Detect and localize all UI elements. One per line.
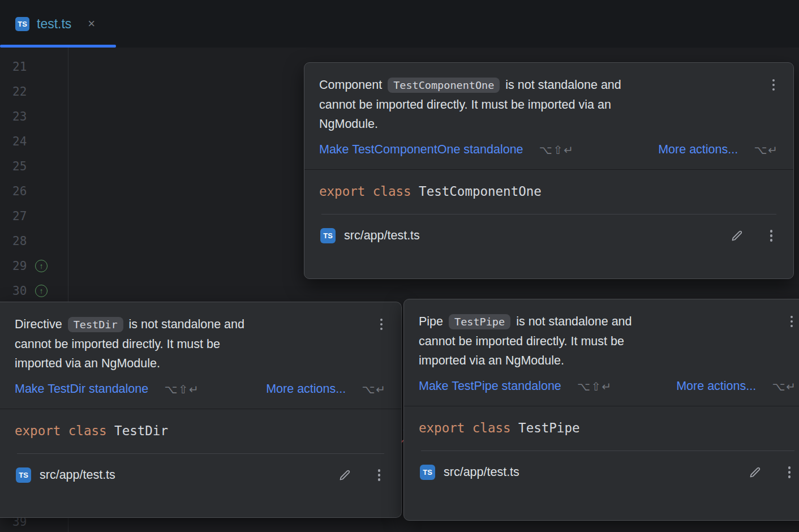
line-number: 22 xyxy=(12,79,27,104)
error-message: Directive TestDir is not standalone and … xyxy=(15,315,258,373)
typescript-file-icon: TS xyxy=(420,465,435,480)
kebab-dots xyxy=(380,323,383,326)
angular-gutter-icon[interactable]: ↑ xyxy=(35,260,48,272)
more-options-kebab-icon[interactable] xyxy=(373,468,385,483)
error-message: Pipe TestPipe is not standalone and cann… xyxy=(419,312,671,370)
line-number: 28 xyxy=(12,229,27,254)
pencil-icon xyxy=(338,469,351,482)
editor-tab-bar: TS test.ts × xyxy=(0,0,799,48)
declaration-name: TestDir xyxy=(114,423,168,438)
declaration-keywords: export class xyxy=(15,423,114,438)
error-tooltip-directive: Directive TestDir is not standalone and … xyxy=(0,302,402,518)
more-shortcut-hint: ⌥↵ xyxy=(362,383,386,396)
more-actions-link[interactable]: More actions... xyxy=(676,379,756,393)
kebab-dots xyxy=(770,234,773,237)
file-path: src/app/test.ts xyxy=(444,465,519,479)
declaration-preview: export class TestComponentOne xyxy=(304,169,793,214)
typescript-file-icon: TS xyxy=(320,228,336,243)
line-number: 30 xyxy=(12,278,27,303)
fix-shortcut-hint: ⌥⇧↵ xyxy=(164,383,200,396)
symbol-kind: Pipe xyxy=(419,315,443,328)
line-number: 21 xyxy=(12,54,27,79)
line-number: 23 xyxy=(12,104,27,129)
symbol-name-pill: TestPipe xyxy=(449,314,510,329)
angular-gutter-icon[interactable]: ↑ xyxy=(35,285,48,297)
close-tab-icon[interactable]: × xyxy=(88,18,95,30)
make-standalone-action[interactable]: Make TestDir standalone xyxy=(15,382,148,396)
file-reference-row[interactable]: TS src/app/test.ts xyxy=(304,214,793,258)
declaration-keywords: export class xyxy=(419,421,518,435)
make-standalone-action[interactable]: Make TestPipe standalone xyxy=(419,379,561,393)
symbol-kind: Directive xyxy=(15,318,62,331)
declaration-name: TestComponentOne xyxy=(419,184,542,199)
more-shortcut-hint: ⌥↵ xyxy=(754,143,779,157)
declaration-keywords: export class xyxy=(319,184,419,199)
declaration-preview: export class TestDir xyxy=(0,409,401,453)
symbol-kind: Component xyxy=(319,78,382,92)
symbol-name-pill: TestComponentOne xyxy=(388,78,500,93)
kebab-dots xyxy=(378,474,381,477)
line-number: 24 xyxy=(12,129,27,154)
line-number-gutter: 21 22 23 24 25 26 27 28 29 30 xyxy=(12,54,27,303)
more-actions-link[interactable]: More actions... xyxy=(658,143,738,157)
more-options-kebab-icon[interactable] xyxy=(375,317,388,332)
tab-title: test.ts xyxy=(37,16,71,32)
edit-source-button[interactable] xyxy=(338,469,351,482)
line-number: 29 xyxy=(12,254,27,278)
line-number: 25 xyxy=(12,154,27,179)
fix-shortcut-hint: ⌥⇧↵ xyxy=(577,380,613,393)
file-reference-row[interactable]: TS src/app/test.ts xyxy=(404,451,799,495)
tab-test-ts[interactable]: TS test.ts × xyxy=(0,0,116,48)
tooltip-message-section: Directive TestDir is not standalone and … xyxy=(0,302,401,409)
make-standalone-action[interactable]: Make TestComponentOne standalone xyxy=(319,143,523,157)
more-actions-link[interactable]: More actions... xyxy=(266,382,346,396)
typescript-file-icon: TS xyxy=(16,467,31,483)
quick-fix-actions: Make TestPipe standalone ⌥⇧↵ More action… xyxy=(419,379,797,393)
kebab-dots xyxy=(791,320,793,323)
pencil-icon xyxy=(748,466,762,479)
declaration-name: TestPipe xyxy=(518,421,579,435)
line-number: 27 xyxy=(12,204,27,229)
quick-fix-actions: Make TestDir standalone ⌥⇧↵ More actions… xyxy=(15,382,386,396)
error-tooltip-component: Component TestComponentOne is not standa… xyxy=(304,62,794,279)
quick-fix-actions: Make TestComponentOne standalone ⌥⇧↵ Mor… xyxy=(319,143,779,157)
line-number: 26 xyxy=(12,179,27,204)
declaration-preview: export class TestPipe xyxy=(404,406,799,451)
more-options-kebab-icon[interactable] xyxy=(767,78,780,92)
more-options-kebab-icon[interactable] xyxy=(765,229,777,243)
edit-source-button[interactable] xyxy=(748,466,762,479)
more-options-kebab-icon[interactable] xyxy=(783,465,796,480)
typescript-file-icon: TS xyxy=(15,17,29,31)
error-message: Component TestComponentOne is not standa… xyxy=(319,75,636,134)
file-path: src/app/test.ts xyxy=(40,468,115,482)
error-tooltip-pipe: Pipe TestPipe is not standalone and cann… xyxy=(403,299,799,521)
file-path: src/app/test.ts xyxy=(344,229,420,243)
edit-source-button[interactable] xyxy=(730,229,744,243)
file-reference-row[interactable]: TS src/app/test.ts xyxy=(0,454,401,497)
more-shortcut-hint: ⌥↵ xyxy=(772,380,797,393)
kebab-dots xyxy=(788,471,791,474)
active-tab-indicator xyxy=(0,45,116,48)
symbol-name-pill: TestDir xyxy=(68,317,123,332)
tooltip-message-section: Component TestComponentOne is not standa… xyxy=(304,63,793,169)
tooltip-message-section: Pipe TestPipe is not standalone and cann… xyxy=(404,299,799,406)
kebab-dots xyxy=(772,84,775,87)
fix-shortcut-hint: ⌥⇧↵ xyxy=(539,143,575,157)
more-options-kebab-icon[interactable] xyxy=(785,314,798,329)
pencil-icon xyxy=(730,229,744,243)
